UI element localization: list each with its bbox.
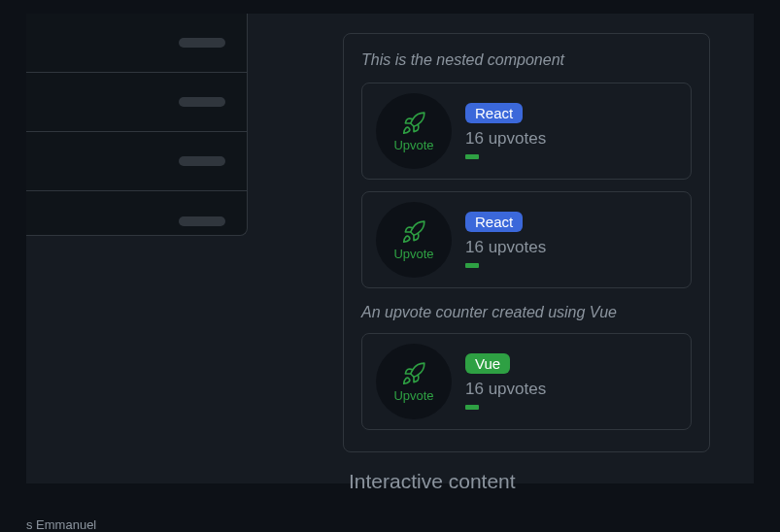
rocket-icon	[401, 361, 426, 386]
framework-badge: React	[465, 103, 523, 123]
progress-bar	[465, 263, 479, 268]
sidebar-item[interactable]	[26, 14, 247, 73]
vue-description: An upvote counter created using Vue	[361, 304, 692, 321]
upvote-button[interactable]: Upvote	[376, 202, 452, 278]
framework-badge: Vue	[465, 353, 510, 374]
main-content: This is the nested component Upvote Reac…	[296, 14, 754, 483]
upvote-label: Upvote	[393, 247, 433, 261]
sidebar-item[interactable]	[26, 191, 247, 250]
upvote-label: Upvote	[393, 388, 433, 403]
sidebar	[26, 14, 248, 236]
progress-bar	[465, 405, 479, 410]
sidebar-item[interactable]	[26, 73, 247, 132]
rocket-icon	[401, 219, 426, 245]
nested-component-panel: This is the nested component Upvote Reac…	[343, 33, 710, 452]
upvote-label: Upvote	[393, 138, 433, 152]
upvote-button[interactable]: Upvote	[376, 344, 452, 419]
placeholder-pill	[179, 156, 225, 166]
upvote-card: Upvote Vue 16 upvotes	[361, 333, 692, 430]
upvote-count: 16 upvotes	[465, 238, 546, 257]
upvote-count: 16 upvotes	[465, 380, 546, 399]
upvote-card: Upvote React 16 upvotes	[361, 83, 692, 180]
section-heading: Interactive content	[349, 470, 710, 493]
panel-title: This is the nested component	[361, 51, 692, 69]
footer-text: s Emmanuel	[26, 517, 96, 532]
placeholder-pill	[179, 216, 225, 226]
rocket-icon	[401, 111, 426, 136]
upvote-count: 16 upvotes	[465, 129, 546, 149]
sidebar-item[interactable]	[26, 132, 247, 191]
upvote-button[interactable]: Upvote	[376, 93, 452, 169]
upvote-card: Upvote React 16 upvotes	[361, 191, 692, 288]
progress-bar	[465, 154, 479, 159]
framework-badge: React	[465, 212, 523, 232]
placeholder-pill	[179, 97, 225, 107]
placeholder-pill	[179, 38, 225, 48]
